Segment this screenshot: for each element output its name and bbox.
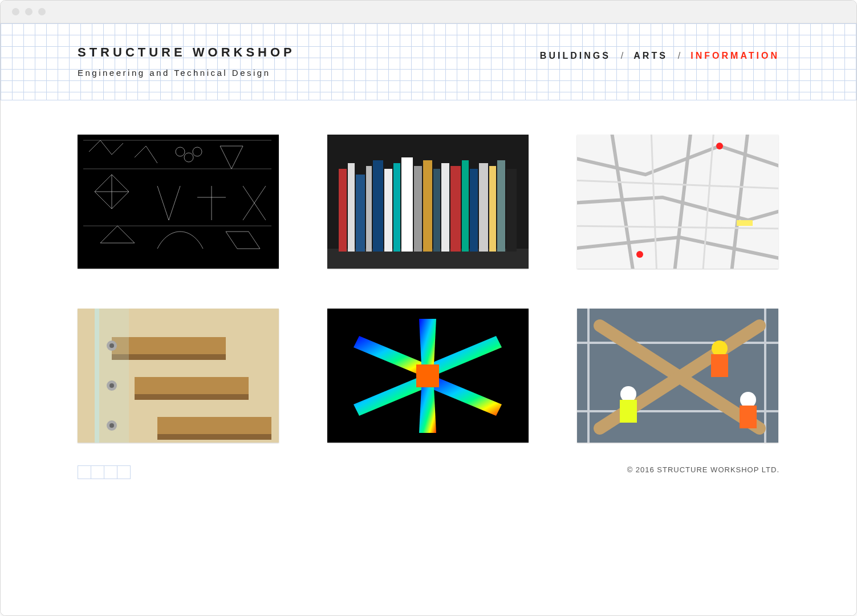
tile-gallery (1, 100, 856, 443)
zoom-icon[interactable] (38, 8, 46, 15)
svg-point-26 (716, 143, 723, 149)
svg-rect-6 (339, 169, 347, 252)
browser-window: STRUCTURE WORKSHOP Engineering and Techn… (0, 0, 857, 616)
nav-separator: / (621, 51, 623, 61)
svg-rect-34 (135, 394, 249, 400)
close-icon[interactable] (12, 8, 19, 15)
browser-titlebar (1, 1, 856, 23)
svg-rect-23 (497, 160, 505, 252)
tile-bookshelf-library[interactable] (327, 135, 529, 269)
svg-rect-10 (373, 160, 383, 252)
svg-rect-8 (356, 175, 365, 252)
page-header: STRUCTURE WORKSHOP Engineering and Techn… (1, 23, 856, 100)
svg-rect-35 (157, 417, 271, 434)
svg-marker-52 (416, 364, 439, 387)
svg-rect-16 (433, 169, 440, 252)
tile-timber-stair-detail[interactable] (78, 309, 279, 443)
svg-rect-33 (135, 377, 249, 394)
svg-rect-12 (393, 163, 400, 252)
logo-title: STRUCTURE WORKSHOP (78, 45, 295, 60)
svg-point-60 (620, 386, 636, 402)
minimize-icon[interactable] (25, 8, 33, 15)
social-link-3[interactable] (104, 465, 117, 479)
social-link-1[interactable] (78, 465, 91, 479)
copyright-text: © 2016 STRUCTURE WORKSHOP LTD. (627, 465, 779, 474)
svg-point-42 (109, 383, 114, 388)
svg-rect-19 (462, 160, 469, 252)
svg-rect-65 (740, 406, 757, 428)
svg-point-27 (636, 251, 643, 258)
nav-arts[interactable]: ARTS (633, 51, 668, 61)
svg-rect-14 (414, 166, 422, 252)
svg-rect-61 (620, 400, 637, 423)
tile-drawings-sketches[interactable] (78, 135, 279, 269)
primary-nav: BUILDINGS / ARTS / INFORMATION (540, 51, 779, 61)
social-link-4[interactable] (117, 465, 131, 479)
svg-rect-17 (441, 163, 449, 252)
svg-rect-7 (348, 163, 355, 252)
svg-rect-9 (366, 166, 372, 252)
svg-rect-22 (489, 166, 496, 252)
svg-point-64 (740, 392, 756, 408)
svg-rect-36 (157, 434, 271, 440)
svg-rect-13 (401, 157, 413, 252)
svg-point-40 (109, 343, 114, 348)
svg-rect-24 (506, 169, 517, 252)
nav-buildings[interactable]: BUILDINGS (540, 51, 611, 61)
svg-point-62 (712, 341, 728, 356)
svg-point-44 (109, 423, 114, 428)
tile-location-map[interactable] (577, 135, 778, 269)
svg-rect-18 (450, 166, 461, 252)
svg-rect-20 (470, 169, 478, 252)
social-link-2[interactable] (91, 465, 104, 479)
svg-rect-63 (711, 354, 728, 377)
svg-rect-5 (327, 249, 529, 269)
nav-separator: / (678, 51, 680, 61)
tile-site-workers-truss[interactable] (577, 309, 778, 443)
site-logo[interactable]: STRUCTURE WORKSHOP Engineering and Techn… (78, 45, 295, 78)
window-controls (12, 8, 46, 15)
page-viewport: STRUCTURE WORKSHOP Engineering and Techn… (1, 23, 856, 615)
svg-rect-11 (384, 169, 392, 252)
page-footer: © 2016 STRUCTURE WORKSHOP LTD. (1, 443, 856, 479)
logo-subtitle: Engineering and Technical Design (78, 68, 295, 78)
svg-rect-21 (479, 163, 488, 252)
tile-fea-analysis-render[interactable] (327, 309, 529, 443)
social-links (78, 465, 130, 479)
svg-rect-15 (423, 160, 432, 252)
svg-rect-28 (737, 220, 753, 226)
nav-information[interactable]: INFORMATION (691, 51, 779, 61)
